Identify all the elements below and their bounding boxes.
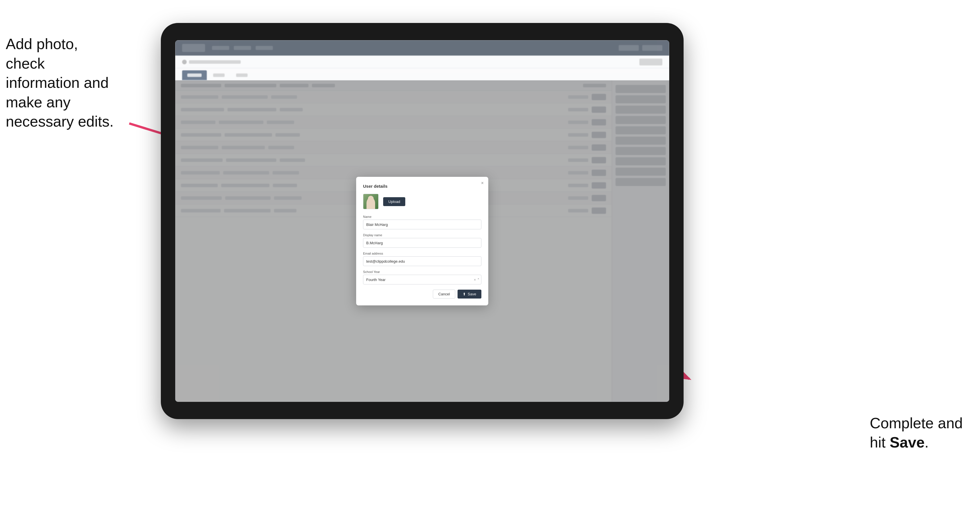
tab-3 xyxy=(231,70,253,80)
email-field-group: Email address xyxy=(363,252,481,266)
export-button xyxy=(640,59,662,65)
email-label: Email address xyxy=(363,252,481,255)
main-content: User details × Upload xyxy=(175,80,669,402)
photo-section: Upload xyxy=(363,194,481,209)
select-icons: × ⌃ xyxy=(474,278,480,282)
annotation-left: Add photo, check information and make an… xyxy=(6,35,115,132)
email-input[interactable] xyxy=(363,256,481,266)
app-nav xyxy=(212,46,273,50)
name-field-group: Name xyxy=(363,215,481,229)
upload-photo-button[interactable]: Upload xyxy=(383,197,405,206)
display-name-label: Display name xyxy=(363,233,481,237)
header-help-btn xyxy=(619,45,639,51)
tab-2 xyxy=(208,70,230,80)
modal-footer: Cancel ⬆ Save xyxy=(363,290,481,298)
tab-bar xyxy=(175,68,669,80)
nav-item-analytics xyxy=(234,46,251,50)
header-user-btn xyxy=(642,45,662,51)
tablet-screen: User details × Upload xyxy=(175,40,669,402)
nav-item-dashboard xyxy=(212,46,229,50)
annotation-right: Complete and hit Save. xyxy=(870,414,963,452)
header-right xyxy=(619,45,662,51)
name-input[interactable] xyxy=(363,220,481,229)
user-details-modal: User details × Upload xyxy=(356,177,488,305)
select-clear-icon[interactable]: × xyxy=(474,278,476,282)
save-button[interactable]: ⬆ Save xyxy=(458,290,481,298)
photo-thumb-bg xyxy=(363,194,378,209)
photo-person-body xyxy=(366,197,375,209)
breadcrumb-text xyxy=(189,60,241,64)
tab-players xyxy=(182,70,207,80)
select-chevron-icon[interactable]: ⌃ xyxy=(477,278,480,282)
modal-close-button[interactable]: × xyxy=(481,181,484,186)
display-name-field-group: Display name xyxy=(363,233,481,248)
display-name-input[interactable] xyxy=(363,238,481,248)
save-icon: ⬆ xyxy=(463,292,466,296)
school-year-field-group: School Year × ⌃ xyxy=(363,270,481,284)
app-logo xyxy=(182,44,205,52)
modal-title: User details xyxy=(363,184,481,189)
school-year-input[interactable] xyxy=(363,275,481,284)
sub-header xyxy=(175,56,669,68)
school-year-label: School Year xyxy=(363,270,481,273)
app-header xyxy=(175,40,669,56)
tablet-device: User details × Upload xyxy=(161,23,684,419)
cancel-button[interactable]: Cancel xyxy=(433,290,455,298)
nav-item-setup xyxy=(256,46,273,50)
modal-overlay: User details × Upload xyxy=(175,80,669,402)
breadcrumb-icon xyxy=(182,60,187,64)
user-photo-thumbnail xyxy=(363,194,379,209)
save-label: Save xyxy=(468,292,476,296)
name-label: Name xyxy=(363,215,481,218)
school-year-select-wrapper: × ⌃ xyxy=(363,275,481,284)
